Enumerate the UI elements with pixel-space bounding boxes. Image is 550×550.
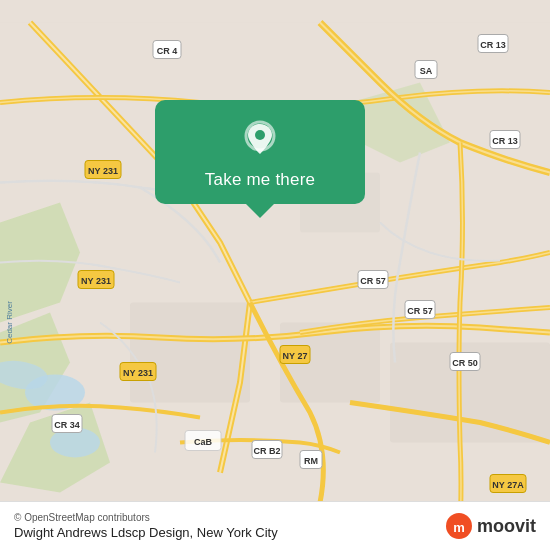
copyright-text: © OpenStreetMap contributors: [14, 512, 278, 523]
cr57b-label: CR 57: [407, 306, 433, 316]
sa-label: SA: [420, 66, 433, 76]
cr4-label: CR 4: [157, 46, 178, 56]
rm-label: RM: [304, 456, 318, 466]
cr50-label: CR 50: [452, 358, 478, 368]
take-me-there-button[interactable]: Take me there: [205, 170, 315, 190]
ny27a-label: NY 27A: [492, 480, 524, 490]
moovit-brand-name: moovit: [477, 516, 536, 537]
cab-label: CaB: [194, 437, 213, 447]
moovit-logo: m moovit: [445, 512, 536, 540]
ny231b-label: NY 231: [81, 276, 111, 286]
svg-text:m: m: [453, 520, 465, 535]
map-svg: Cedar River CR 4 CR 13 SA CR 13 NY 231 N…: [0, 0, 550, 550]
ny231c-label: NY 231: [123, 368, 153, 378]
location-pin-icon: [238, 118, 282, 162]
moovit-icon-svg: m: [445, 512, 473, 540]
bottom-bar: © OpenStreetMap contributors Dwight Andr…: [0, 501, 550, 550]
map-container: Cedar River CR 4 CR 13 SA CR 13 NY 231 N…: [0, 0, 550, 550]
bottom-left: © OpenStreetMap contributors Dwight Andr…: [14, 512, 278, 540]
svg-rect-7: [130, 303, 250, 403]
ny27-label: NY 27: [283, 351, 308, 361]
cedar-river-label: Cedar River: [5, 301, 14, 344]
location-name: Dwight Andrews Ldscp Design, New York Ci…: [14, 525, 278, 540]
cr34-label: CR 34: [54, 420, 80, 430]
cr13a-label: CR 13: [480, 40, 506, 50]
cr57a-label: CR 57: [360, 276, 386, 286]
popup-card[interactable]: Take me there: [155, 100, 365, 204]
svg-point-28: [255, 130, 265, 140]
ny231a-label: NY 231: [88, 166, 118, 176]
cr13b-label: CR 13: [492, 136, 518, 146]
crb2-label: CR B2: [253, 446, 280, 456]
